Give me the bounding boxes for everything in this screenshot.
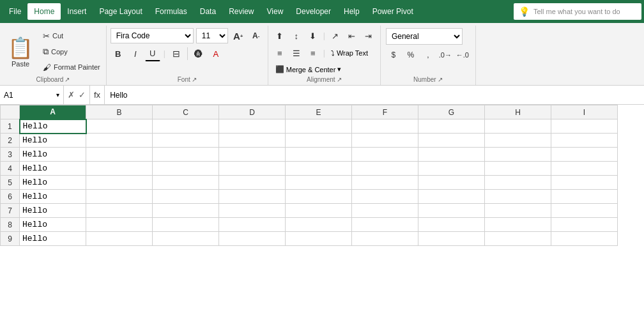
col-header-G[interactable]: G bbox=[418, 105, 485, 119]
table-cell[interactable] bbox=[153, 190, 219, 204]
table-cell[interactable] bbox=[286, 134, 352, 148]
menu-page-layout[interactable]: Page Layout bbox=[93, 3, 148, 20]
row-header-7[interactable]: 7 bbox=[1, 204, 20, 218]
table-cell[interactable]: Hello bbox=[20, 232, 86, 246]
table-cell[interactable]: Hello bbox=[20, 176, 86, 190]
table-cell[interactable] bbox=[551, 204, 618, 218]
table-cell[interactable] bbox=[352, 232, 418, 246]
col-header-C[interactable]: C bbox=[153, 105, 219, 119]
table-cell[interactable] bbox=[485, 148, 551, 162]
table-cell[interactable] bbox=[219, 232, 286, 246]
table-cell[interactable] bbox=[551, 176, 618, 190]
menu-home[interactable]: Home bbox=[27, 3, 61, 20]
table-cell[interactable]: Hello bbox=[20, 162, 86, 176]
table-cell[interactable] bbox=[153, 176, 219, 190]
table-cell[interactable] bbox=[352, 162, 418, 176]
table-cell[interactable] bbox=[219, 134, 286, 148]
table-cell[interactable] bbox=[352, 176, 418, 190]
menu-data[interactable]: Data bbox=[194, 3, 222, 20]
alignment-expand-icon[interactable]: ↗ bbox=[337, 76, 342, 83]
table-cell[interactable] bbox=[86, 176, 153, 190]
align-middle-button[interactable]: ↕ bbox=[289, 28, 304, 43]
table-cell[interactable] bbox=[485, 119, 551, 134]
menu-insert[interactable]: Insert bbox=[61, 3, 93, 20]
table-cell[interactable] bbox=[286, 204, 352, 218]
table-cell[interactable] bbox=[86, 119, 153, 134]
table-cell[interactable] bbox=[286, 218, 352, 232]
row-header-4[interactable]: 4 bbox=[1, 162, 20, 176]
col-header-F[interactable]: F bbox=[352, 105, 418, 119]
table-cell[interactable] bbox=[352, 119, 418, 134]
confirm-formula-icon[interactable]: ✓ bbox=[79, 90, 86, 100]
col-header-E[interactable]: E bbox=[286, 105, 352, 119]
table-cell[interactable] bbox=[219, 218, 286, 232]
table-cell[interactable] bbox=[418, 162, 485, 176]
font-color-button[interactable]: A bbox=[208, 46, 224, 61]
table-cell[interactable] bbox=[551, 119, 618, 134]
merge-center-button[interactable]: ⬛ Merge & Center ▾ bbox=[272, 64, 376, 75]
decrease-decimal-button[interactable]: .0→ bbox=[438, 47, 453, 63]
increase-decimal-button[interactable]: ←.0 bbox=[455, 47, 470, 63]
table-cell[interactable] bbox=[418, 204, 485, 218]
menu-help[interactable]: Help bbox=[337, 3, 366, 20]
table-cell[interactable] bbox=[551, 232, 618, 246]
table-cell[interactable] bbox=[153, 134, 219, 148]
cell-reference-box[interactable]: A1 ▾ bbox=[0, 86, 64, 104]
indent-decrease-button[interactable]: ⇤ bbox=[344, 28, 360, 43]
menu-power-pivot[interactable]: Power Pivot bbox=[366, 3, 420, 20]
align-left-button[interactable]: ≡ bbox=[272, 45, 288, 61]
row-header-9[interactable]: 9 bbox=[1, 232, 20, 246]
table-cell[interactable] bbox=[219, 162, 286, 176]
table-cell[interactable] bbox=[485, 162, 551, 176]
table-cell[interactable] bbox=[352, 148, 418, 162]
col-header-B[interactable]: B bbox=[86, 105, 153, 119]
align-bottom-button[interactable]: ⬇ bbox=[305, 28, 321, 43]
table-cell[interactable] bbox=[86, 218, 153, 232]
font-grow-button[interactable]: A+ bbox=[231, 28, 246, 43]
font-size-select[interactable]: 11 8 9 10 12 14 16 bbox=[196, 28, 228, 43]
formula-input[interactable] bbox=[105, 91, 644, 100]
table-cell[interactable]: Hello bbox=[20, 218, 86, 232]
fill-color-button[interactable]: 🅐 bbox=[191, 46, 206, 61]
font-expand-icon[interactable]: ↗ bbox=[192, 76, 197, 83]
table-cell[interactable] bbox=[551, 148, 618, 162]
table-cell[interactable]: Hello bbox=[20, 119, 86, 134]
table-cell[interactable] bbox=[286, 232, 352, 246]
table-cell[interactable] bbox=[153, 148, 219, 162]
table-cell[interactable] bbox=[86, 204, 153, 218]
borders-button[interactable]: ⊟ bbox=[169, 46, 184, 61]
table-cell[interactable]: Hello bbox=[20, 204, 86, 218]
row-header-6[interactable]: 6 bbox=[1, 190, 20, 204]
table-cell[interactable] bbox=[418, 148, 485, 162]
table-cell[interactable] bbox=[86, 162, 153, 176]
table-cell[interactable] bbox=[153, 162, 219, 176]
menu-review[interactable]: Review bbox=[222, 3, 260, 20]
accounting-format-button[interactable]: $ bbox=[386, 47, 401, 63]
menu-view[interactable]: View bbox=[261, 3, 290, 20]
wrap-text-button[interactable]: ⤵ Wrap Text bbox=[328, 48, 371, 58]
table-cell[interactable] bbox=[219, 176, 286, 190]
table-cell[interactable] bbox=[551, 218, 618, 232]
angle-text-button[interactable]: ↗ bbox=[328, 28, 343, 43]
italic-button[interactable]: I bbox=[128, 46, 143, 61]
menu-developer[interactable]: Developer bbox=[289, 3, 337, 20]
row-header-3[interactable]: 3 bbox=[1, 148, 20, 162]
number-expand-icon[interactable]: ↗ bbox=[438, 76, 443, 83]
table-cell[interactable] bbox=[286, 162, 352, 176]
table-cell[interactable] bbox=[153, 218, 219, 232]
table-cell[interactable] bbox=[219, 204, 286, 218]
bold-button[interactable]: B bbox=[111, 46, 126, 61]
row-header-1[interactable]: 1 bbox=[1, 119, 20, 134]
cell-ref-dropdown[interactable]: ▾ bbox=[56, 91, 59, 98]
table-cell[interactable] bbox=[485, 176, 551, 190]
clipboard-expand-icon[interactable]: ↗ bbox=[65, 76, 70, 83]
table-cell[interactable] bbox=[418, 218, 485, 232]
table-cell[interactable] bbox=[219, 119, 286, 134]
table-cell[interactable] bbox=[352, 204, 418, 218]
table-cell[interactable] bbox=[286, 190, 352, 204]
menu-file[interactable]: File bbox=[3, 3, 27, 20]
align-top-button[interactable]: ⬆ bbox=[272, 28, 288, 43]
col-header-I[interactable]: I bbox=[551, 105, 618, 119]
table-cell[interactable] bbox=[551, 190, 618, 204]
align-center-button[interactable]: ☰ bbox=[289, 45, 304, 61]
